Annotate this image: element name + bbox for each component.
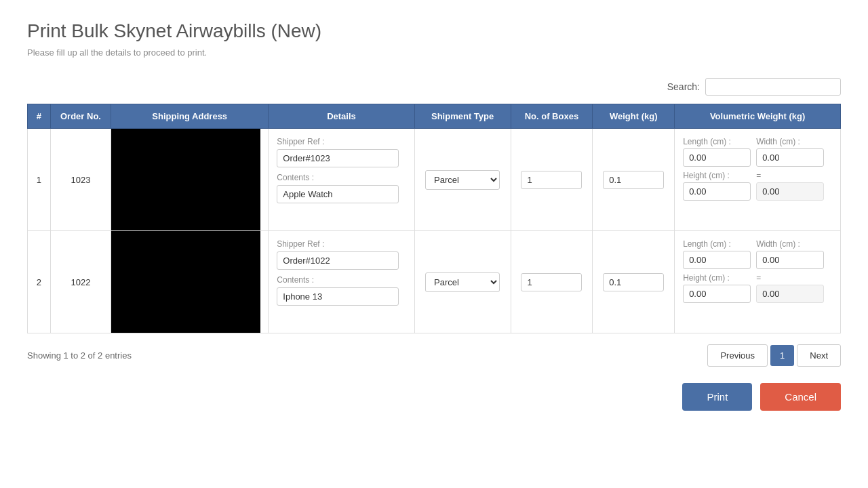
width-label: Width (cm) : <box>756 239 824 249</box>
length-input[interactable] <box>683 251 751 269</box>
vol-result: 0.00 <box>756 182 824 201</box>
row-index: 2 <box>28 231 51 333</box>
row-order-no: 1023 <box>50 129 111 231</box>
row-no-of-boxes <box>511 231 593 333</box>
equals-label: = <box>756 171 824 180</box>
search-label: Search: <box>667 81 700 92</box>
shipment-type-select[interactable]: ParcelDocumentExpress <box>425 170 500 190</box>
address-image <box>111 129 260 230</box>
row-no-of-boxes <box>511 129 593 231</box>
col-header-weight: Weight (kg) <box>593 104 675 129</box>
height-input[interactable] <box>683 285 751 303</box>
search-input[interactable] <box>705 78 841 96</box>
table-row: 21022Shipper Ref :Contents :ParcelDocume… <box>28 231 841 333</box>
row-shipment-type: ParcelDocumentExpress <box>414 231 511 333</box>
equals-label: = <box>756 273 824 283</box>
row-shipping-address <box>111 129 269 231</box>
col-header-order: Order No. <box>50 104 111 129</box>
shipper-ref-input[interactable] <box>277 149 399 167</box>
col-header-index: # <box>28 104 51 129</box>
height-input[interactable] <box>683 182 751 201</box>
row-details: Shipper Ref :Contents : <box>269 129 414 231</box>
row-shipping-address <box>111 231 269 333</box>
col-header-shipment: Shipment Type <box>414 104 511 129</box>
pagination-controls: Previous 1 Next <box>707 344 841 367</box>
shipper-ref-label: Shipper Ref : <box>277 239 406 249</box>
main-table: # Order No. Shipping Address Details Shi… <box>27 104 841 333</box>
width-label: Width (cm) : <box>756 137 824 146</box>
contents-input[interactable] <box>277 287 399 306</box>
length-input[interactable] <box>683 148 751 167</box>
col-header-boxes: No. of Boxes <box>511 104 593 129</box>
no-of-boxes-input[interactable] <box>521 171 582 189</box>
weight-input[interactable] <box>603 171 664 189</box>
row-vol-weight: Length (cm) :Width (cm) :Height (cm) :=0… <box>675 129 841 231</box>
row-vol-weight: Length (cm) :Width (cm) :Height (cm) :=0… <box>675 231 841 333</box>
row-index: 1 <box>28 129 51 231</box>
page-subtitle: Please fill up all the details to procee… <box>27 47 841 58</box>
col-header-details: Details <box>269 104 414 129</box>
page-number-button[interactable]: 1 <box>770 345 794 366</box>
shipper-ref-input[interactable] <box>277 251 399 270</box>
shipper-ref-label: Shipper Ref : <box>277 137 406 146</box>
height-label: Height (cm) : <box>683 273 751 283</box>
address-image <box>111 231 260 333</box>
length-label: Length (cm) : <box>683 137 751 146</box>
weight-input[interactable] <box>603 273 664 291</box>
width-input[interactable] <box>756 251 824 269</box>
col-header-address: Shipping Address <box>111 104 269 129</box>
height-label: Height (cm) : <box>683 171 751 180</box>
vol-result: 0.00 <box>756 285 824 303</box>
contents-label: Contents : <box>277 173 406 182</box>
row-weight <box>593 231 675 333</box>
no-of-boxes-input[interactable] <box>521 273 582 291</box>
page-title: Print Bulk Skynet Airwaybills (New) <box>27 20 841 42</box>
print-button[interactable]: Print <box>682 383 752 411</box>
contents-label: Contents : <box>277 275 406 285</box>
contents-input[interactable] <box>277 185 399 203</box>
entries-text: Showing 1 to 2 of 2 entries <box>27 350 132 361</box>
previous-button[interactable]: Previous <box>707 344 768 367</box>
next-button[interactable]: Next <box>797 344 841 367</box>
cancel-button[interactable]: Cancel <box>760 383 841 411</box>
row-weight <box>593 129 675 231</box>
width-input[interactable] <box>756 148 824 167</box>
shipment-type-select[interactable]: ParcelDocumentExpress <box>425 272 500 292</box>
row-order-no: 1022 <box>50 231 111 333</box>
row-details: Shipper Ref :Contents : <box>269 231 414 333</box>
length-label: Length (cm) : <box>683 239 751 249</box>
col-header-vol: Volumetric Weight (kg) <box>675 104 841 129</box>
row-shipment-type: ParcelDocumentExpress <box>414 129 511 231</box>
table-row: 11023Shipper Ref :Contents :ParcelDocume… <box>28 129 841 231</box>
